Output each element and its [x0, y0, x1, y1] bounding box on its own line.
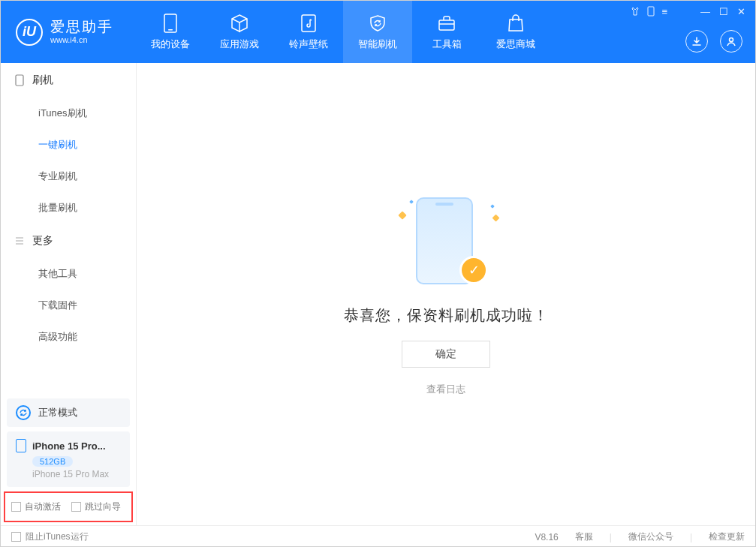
window-controls: — ☐ ✕ [700, 6, 745, 17]
nav-apps[interactable]: 应用游戏 [205, 1, 274, 63]
view-log-link[interactable]: 查看日志 [426, 383, 465, 396]
dress-icon[interactable] [630, 6, 640, 19]
main-panel: ✓ 恭喜您，保资料刷机成功啦！ 确定 查看日志 [137, 63, 755, 525]
device-model: iPhone 15 Pro Max [32, 469, 121, 479]
menu-lines-icon [14, 236, 25, 246]
nav-store[interactable]: 爱思商城 [481, 1, 550, 63]
support-link[interactable]: 客服 [575, 530, 593, 543]
device-row: iPhone 15 Pro... [16, 439, 121, 452]
content: 刷机 iTunes刷机 一键刷机 专业刷机 批量刷机 更多 其他工具 下载固件 … [1, 63, 755, 525]
footer-right: V8.16 客服 | 微信公众号 | 检查更新 [535, 530, 745, 543]
sidebar-item-download-firmware[interactable]: 下载固件 [1, 290, 136, 321]
nav-ringtones[interactable]: 铃声壁纸 [274, 1, 343, 63]
svg-rect-1 [168, 29, 173, 31]
svg-rect-4 [648, 7, 654, 16]
nav-label: 智能刷机 [358, 38, 397, 51]
maximize-button[interactable]: ☐ [719, 6, 728, 17]
sidebar-item-advanced[interactable]: 高级功能 [1, 321, 136, 353]
device-name: iPhone 15 Pro... [32, 440, 106, 452]
cube-icon [230, 14, 249, 33]
status-text: 正常模式 [38, 406, 77, 419]
nav-toolbox[interactable]: 工具箱 [412, 1, 481, 63]
checkbox-block-itunes[interactable]: 阻止iTunes运行 [11, 530, 89, 543]
device-block: 正常模式 iPhone 15 Pro... 512GB iPhone 15 Pr… [1, 395, 136, 525]
sidebar: 刷机 iTunes刷机 一键刷机 专业刷机 批量刷机 更多 其他工具 下载固件 … [1, 63, 137, 525]
version-text: V8.16 [535, 532, 558, 542]
bag-icon [506, 14, 526, 33]
sidebar-item-oneclick-flash[interactable]: 一键刷机 [1, 129, 136, 161]
footer: 阻止iTunes运行 V8.16 客服 | 微信公众号 | 检查更新 [1, 525, 755, 547]
device-status[interactable]: 正常模式 [7, 398, 130, 427]
checkbox-label: 跳过向导 [85, 501, 121, 512]
sidebar-title: 刷机 [32, 74, 53, 87]
check-update-link[interactable]: 检查更新 [709, 530, 745, 543]
nav-label: 应用游戏 [220, 38, 259, 51]
checkbox-auto-activate[interactable]: 自动激活 [11, 500, 61, 513]
logo-icon [16, 19, 43, 46]
phone-small-icon [16, 439, 26, 452]
toolbox-icon [437, 14, 456, 33]
logo: 爱思助手 www.i4.cn [1, 1, 136, 63]
main-nav: 我的设备 应用游戏 铃声壁纸 智能刷机 工具箱 爱思商城 [136, 1, 550, 63]
checkbox-label: 阻止iTunes运行 [26, 531, 89, 542]
nav-my-device[interactable]: 我的设备 [136, 1, 205, 63]
refresh-shield-icon [368, 14, 387, 33]
sidebar-section-flash: 刷机 iTunes刷机 一键刷机 专业刷机 批量刷机 [1, 63, 136, 224]
check-badge-icon: ✓ [459, 256, 488, 284]
nav-label: 爱思商城 [496, 38, 535, 51]
separator: | [610, 532, 612, 542]
success-message: 恭喜您，保资料刷机成功啦！ [344, 305, 549, 326]
device-small-icon [14, 75, 25, 86]
phone-icon [161, 14, 180, 33]
separator: | [690, 532, 692, 542]
storage-badge: 512GB [32, 456, 73, 467]
sidebar-item-itunes-flash[interactable]: iTunes刷机 [1, 98, 136, 129]
app-header: 爱思助手 www.i4.cn 我的设备 应用游戏 铃声壁纸 智能刷机 工具箱 爱… [1, 1, 755, 63]
checkbox-skip-guide[interactable]: 跳过向导 [71, 500, 121, 513]
status-refresh-icon [16, 405, 31, 420]
sidebar-header-more: 更多 [1, 224, 136, 258]
sidebar-item-pro-flash[interactable]: 专业刷机 [1, 161, 136, 192]
checkbox-label: 自动激活 [25, 501, 61, 512]
app-url: www.i4.cn [50, 35, 113, 44]
nav-label: 我的设备 [151, 38, 190, 51]
checkbox-icon [11, 532, 21, 542]
success-illustration: ✓ [393, 193, 498, 290]
ok-button[interactable]: 确定 [402, 341, 490, 368]
nav-label: 工具箱 [432, 38, 462, 51]
sidebar-item-batch-flash[interactable]: 批量刷机 [1, 192, 136, 224]
svg-rect-6 [16, 75, 23, 86]
logo-text: 爱思助手 www.i4.cn [50, 20, 113, 44]
sidebar-header-flash: 刷机 [1, 63, 136, 98]
wechat-link[interactable]: 微信公众号 [628, 530, 673, 543]
close-button[interactable]: ✕ [737, 6, 745, 17]
nav-flash[interactable]: 智能刷机 [343, 1, 412, 63]
checkbox-icon [11, 502, 21, 512]
sidebar-section-more: 更多 其他工具 下载固件 高级功能 [1, 224, 136, 353]
header-actions [685, 30, 742, 53]
app-name: 爱思助手 [50, 20, 113, 35]
options-row: 自动激活 跳过向导 [4, 491, 133, 522]
titlebar-tools: ≡ [630, 6, 667, 19]
mobile-icon[interactable] [646, 6, 655, 19]
music-icon [299, 14, 318, 33]
svg-rect-2 [302, 15, 315, 32]
nav-label: 铃声壁纸 [289, 38, 328, 51]
menu-icon[interactable]: ≡ [661, 6, 667, 19]
svg-point-5 [730, 38, 733, 42]
download-button[interactable] [685, 30, 708, 53]
checkbox-icon [71, 502, 81, 512]
sidebar-item-other-tools[interactable]: 其他工具 [1, 258, 136, 290]
sidebar-title: 更多 [32, 234, 53, 248]
account-button[interactable] [720, 30, 742, 53]
svg-rect-3 [439, 20, 454, 30]
device-card[interactable]: iPhone 15 Pro... 512GB iPhone 15 Pro Max [7, 431, 130, 487]
minimize-button[interactable]: — [700, 6, 710, 17]
